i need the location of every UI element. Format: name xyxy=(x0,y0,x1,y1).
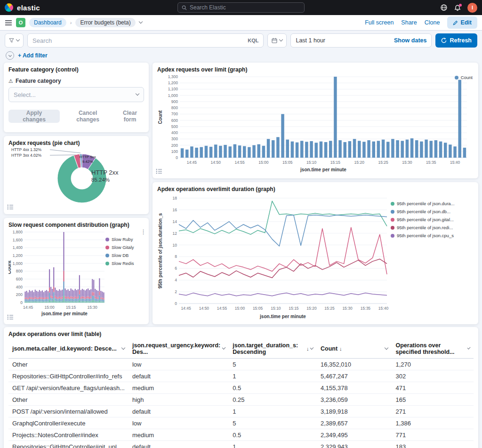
kql-label[interactable]: KQL xyxy=(248,38,258,43)
svg-text:15:20: 15:20 xyxy=(354,160,365,165)
legend-item[interactable]: Slow Ruby xyxy=(105,237,143,242)
time-range-box[interactable]: Last 1 hour Show dates xyxy=(290,33,432,48)
breadcrumb-bar: O Dashboard › Error budgets (beta) Full … xyxy=(0,15,482,31)
dashboard: Feature category (control) ⚠ Feature cat… xyxy=(0,63,482,324)
svg-text:1,200: 1,200 xyxy=(13,253,23,258)
chevron-down-icon xyxy=(16,38,20,41)
table-column-header[interactable]: json.target_duration_s: Descending↓ xyxy=(229,339,317,359)
legend-item[interactable]: 95th percentile of json.redi... xyxy=(391,225,471,230)
table-cell: 2,389,657 xyxy=(317,417,392,429)
legend-item[interactable]: 95th percentile of json.gital... xyxy=(391,217,471,222)
query-search-input[interactable] xyxy=(32,37,248,44)
global-search[interactable] xyxy=(177,2,305,13)
svg-text:600: 600 xyxy=(171,118,178,123)
legend-item[interactable]: 95th percentile of json.db... xyxy=(391,209,471,214)
panel-apdex-requests: Apdex requests over limit (graph) Count … xyxy=(153,63,478,178)
bar-chart[interactable]: 01002003004005006007008009001,0001,1001,… xyxy=(157,74,472,173)
share-link[interactable]: Share xyxy=(401,19,417,26)
svg-text:1,800: 1,800 xyxy=(13,230,23,234)
svg-text:Count: Count xyxy=(158,110,163,124)
legend-label: Slow Gitaly xyxy=(112,245,134,250)
clone-link[interactable]: Clone xyxy=(425,19,440,26)
table-column-header[interactable]: Count↓ xyxy=(317,339,392,359)
clear-form-button[interactable]: Clear form xyxy=(116,110,144,123)
legend-item[interactable]: Slow Gitaly xyxy=(105,245,143,250)
svg-text:1,300: 1,300 xyxy=(168,74,178,79)
warning-icon: ⚠ xyxy=(8,78,13,84)
globe-icon[interactable] xyxy=(440,4,448,11)
table-cell: 5 xyxy=(229,417,317,429)
table-cell: 471 xyxy=(392,382,474,394)
svg-text:json.time per minute: json.time per minute xyxy=(41,311,88,316)
avatar[interactable]: I xyxy=(467,3,477,13)
legend-item[interactable]: 95th percentile of json.cpu_s xyxy=(391,233,471,238)
svg-text:1,400: 1,400 xyxy=(13,245,23,250)
filter-options-icon[interactable] xyxy=(6,51,14,60)
legend-item[interactable]: Slow Redis xyxy=(105,261,143,266)
add-filter-link[interactable]: + Add filter xyxy=(18,52,48,59)
refresh-button[interactable]: Refresh xyxy=(435,33,477,48)
show-dates-link[interactable]: Show dates xyxy=(394,37,426,44)
legend-dot-icon xyxy=(105,262,109,265)
legend-dot-icon xyxy=(455,76,458,80)
datepicker-button[interactable] xyxy=(267,33,287,48)
panel-options-icon[interactable]: ⋮ xyxy=(140,228,146,235)
column-label: json.target_duration_s: Descending xyxy=(233,342,305,355)
table-column-header[interactable]: Operations over specified threshold... xyxy=(392,339,474,359)
chevron-down-icon xyxy=(279,38,283,41)
feature-category-select[interactable]: Select... xyxy=(8,87,144,102)
elastic-logo xyxy=(5,3,13,12)
column-menu-chevron-icon[interactable] xyxy=(310,346,313,349)
legend-item[interactable]: 95th percentile of json.dura... xyxy=(391,201,471,206)
search-icon xyxy=(182,5,187,10)
legend-toggle-icon[interactable] xyxy=(156,168,162,176)
legend-toggle-icon[interactable] xyxy=(7,203,14,212)
legend-item[interactable]: Slow DB xyxy=(105,253,143,258)
legend-dot-icon xyxy=(391,202,394,206)
table-row: Projects::NotesController#indexmedium0.5… xyxy=(8,429,474,441)
table-cell: 1 xyxy=(229,406,317,417)
legend-item[interactable]: Count xyxy=(455,75,473,80)
saved-query-button[interactable] xyxy=(5,33,24,48)
table-cell: default xyxy=(129,406,229,417)
legend-label: Slow DB xyxy=(112,253,129,258)
chart-legend: Count xyxy=(455,75,473,80)
table-column-header[interactable]: json.meta.caller_id.keyword: Desce... xyxy=(8,339,129,359)
svg-text:15:35: 15:35 xyxy=(361,306,371,311)
table-cell: 1,270 xyxy=(392,359,474,370)
column-menu-chevron-icon[interactable] xyxy=(467,346,470,349)
table-cell: 271 xyxy=(392,406,474,417)
table-cell: default xyxy=(129,370,229,382)
legend-label: 95th percentile of json.dura... xyxy=(397,201,455,206)
notifications-icon[interactable] xyxy=(454,5,461,11)
table-cell: 1,386 xyxy=(392,417,474,429)
dashboard-menu-chevron-icon[interactable] xyxy=(139,20,143,24)
query-search[interactable]: KQL xyxy=(27,33,264,48)
svg-text:1,000: 1,000 xyxy=(168,93,178,98)
svg-text:100: 100 xyxy=(171,149,178,154)
column-menu-chevron-icon[interactable] xyxy=(385,346,388,350)
apply-changes-button[interactable]: Apply changes xyxy=(8,110,60,123)
fullscreen-link[interactable]: Full screen xyxy=(365,19,394,26)
svg-text:300: 300 xyxy=(171,136,178,141)
column-menu-chevron-icon[interactable] xyxy=(222,346,226,350)
table-cell: 183 xyxy=(392,441,474,448)
time-range-label[interactable]: Last 1 hour xyxy=(296,37,325,44)
space-badge[interactable]: O xyxy=(16,18,25,27)
svg-text:15:30: 15:30 xyxy=(88,305,98,310)
global-search-input[interactable] xyxy=(190,4,300,11)
table-cell: 771 xyxy=(392,429,474,441)
cancel-changes-button[interactable]: Cancel changes xyxy=(66,110,109,123)
table-column-header[interactable]: json.request_urgency.keyword: Des... xyxy=(129,339,229,359)
edit-button[interactable]: Edit xyxy=(447,16,477,29)
breadcrumb-dashboard[interactable]: Dashboard xyxy=(29,18,66,27)
column-menu-chevron-icon[interactable] xyxy=(121,346,125,350)
svg-text:0: 0 xyxy=(175,301,177,306)
stacked-bar-chart[interactable]: 02004006008001,0001,2001,4001,6001,80014… xyxy=(8,229,105,317)
table-cell: low xyxy=(129,359,229,370)
line-chart[interactable]: 02468101214161814:4514:5014:5515:0015:05… xyxy=(157,193,391,320)
legend-dot-icon xyxy=(105,238,109,241)
legend-toggle-icon[interactable] xyxy=(7,313,14,322)
svg-text:15:40: 15:40 xyxy=(450,160,460,165)
menu-icon[interactable] xyxy=(5,20,12,26)
